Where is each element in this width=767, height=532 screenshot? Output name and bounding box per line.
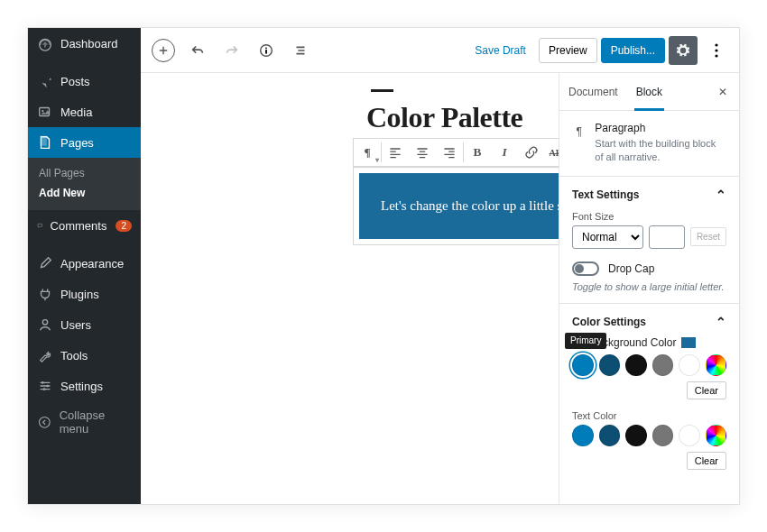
sidebar-item-users[interactable]: Users [28,309,141,340]
color-settings-toggle[interactable]: Color Settings ⌃ [572,315,726,329]
sidebar-item-comments[interactable]: Comments 2 [28,210,141,241]
plug-icon [37,286,53,302]
publish-button[interactable]: Publish... [601,38,665,63]
chevron-up-icon: ⌃ [716,315,726,329]
swatch-black[interactable] [625,354,647,376]
drop-cap-hint: Toggle to show a large initial letter. [572,281,726,292]
swatch-primary[interactable] [572,425,594,446]
align-right-button[interactable] [436,139,463,166]
link-button[interactable] [518,139,545,166]
label: Appearance [60,257,124,271]
swatch-custom[interactable] [706,354,727,376]
swatch-secondary[interactable] [599,354,621,376]
save-draft-button[interactable]: Save Draft [466,37,535,64]
redo-button[interactable] [217,35,247,66]
align-left-button[interactable] [382,139,409,166]
svg-point-10 [265,47,267,49]
paragraph-block[interactable]: Let's change the color up a little shall… [359,173,559,239]
block-type-name: Paragraph [595,122,726,134]
text-settings-section: Text Settings ⌃ Font Size Normal Reset D… [559,177,739,304]
label: Plugins [60,288,99,301]
svg-point-2 [42,110,43,112]
svg-rect-11 [265,50,267,54]
swatch-gray[interactable] [652,425,674,446]
font-size-select[interactable]: Normal [572,225,643,249]
label: Dashboard [60,37,118,50]
swatch-custom[interactable] [706,425,727,446]
settings-toggle-button[interactable] [669,36,698,65]
block-toolbar: ¶▾ B I ABC [353,138,559,167]
svg-point-8 [40,417,51,427]
label: Pages [60,136,94,150]
sliders-icon [37,378,53,394]
tab-document[interactable]: Document [559,73,627,110]
text-settings-toggle[interactable]: Text Settings ⌃ [572,188,726,202]
text-color-label: Text Color [572,410,726,421]
text-clear-button[interactable]: Clear [687,452,726,470]
drop-cap-label: Drop Cap [608,262,654,275]
svg-point-4 [42,320,47,325]
sidebar-submenu-pages: All Pages Add New [28,158,141,210]
swatch-gray[interactable] [652,354,674,376]
user-icon [37,316,53,333]
text-color-swatches [572,425,726,446]
label: Media [60,105,92,119]
bg-color-swatches [572,354,726,376]
undo-button[interactable] [182,35,213,66]
sidebar-item-dashboard[interactable]: Dashboard [28,28,141,59]
submenu-add-new[interactable]: Add New [28,183,141,203]
svg-point-13 [715,49,717,51]
sidebar-item-tools[interactable]: Tools [28,340,141,371]
drop-cap-toggle[interactable] [572,261,599,276]
add-block-button[interactable] [152,39,175,62]
italic-button[interactable]: I [491,139,518,166]
info-button[interactable] [251,35,282,66]
swatch-secondary[interactable] [599,425,621,446]
swatch-primary[interactable] [572,354,594,376]
label: Tools [60,349,88,362]
panel-tabs: Document Block ✕ [559,73,739,111]
sidebar-item-media[interactable]: Media [28,96,141,127]
block-type-desc: Start with the building block of all nar… [595,137,726,165]
font-size-custom-input[interactable] [649,225,685,249]
sidebar-item-settings[interactable]: Settings [28,371,141,401]
comment-badge: 2 [116,220,132,232]
pin-icon [37,73,53,89]
sidebar-item-posts[interactable]: Posts [28,66,141,96]
svg-point-5 [42,381,44,384]
font-size-reset-button[interactable]: Reset [690,227,726,246]
label: Settings [60,380,103,393]
strikethrough-button[interactable]: ABC [545,139,559,166]
dashboard-icon [37,35,53,51]
settings-panel: Document Block ✕ ¶ Paragraph Start with … [559,73,739,504]
brush-icon [37,255,53,271]
sidebar-item-plugins[interactable]: Plugins [28,279,141,309]
swatch-white[interactable] [679,354,700,376]
sidebar-item-collapse[interactable]: Collapse menu [28,401,141,443]
comment-icon [37,217,43,234]
page-title[interactable]: Color Palette [366,101,541,134]
svg-point-6 [46,385,49,388]
sidebar-item-pages[interactable]: Pages [28,127,141,158]
swatch-white[interactable] [679,425,700,446]
block-type-selector[interactable]: ¶▾ [354,139,381,166]
workspace: Color Palette ¶▾ B I ABC [141,73,739,504]
editor-canvas[interactable]: Color Palette ¶▾ B I ABC [141,73,559,504]
primary-tooltip: Primary [565,333,606,349]
more-menu-button[interactable] [701,35,732,66]
editor-topbar: Save Draft Preview Publish... [141,28,739,73]
preview-button[interactable]: Preview [539,38,597,63]
bold-button[interactable]: B [464,139,491,166]
outline-button[interactable] [285,35,316,66]
swatch-black[interactable] [625,425,647,446]
panel-close-button[interactable]: ✕ [707,73,739,110]
page-icon [37,134,53,151]
bg-clear-button[interactable]: Clear [687,381,726,399]
sidebar-item-appearance[interactable]: Appearance [28,248,141,279]
tab-block[interactable]: Block [627,73,671,110]
align-center-button[interactable] [409,139,436,166]
label: Collapse menu [60,408,132,436]
title-accent [371,89,393,92]
svg-point-7 [43,388,46,390]
submenu-all-pages[interactable]: All Pages [28,163,141,183]
